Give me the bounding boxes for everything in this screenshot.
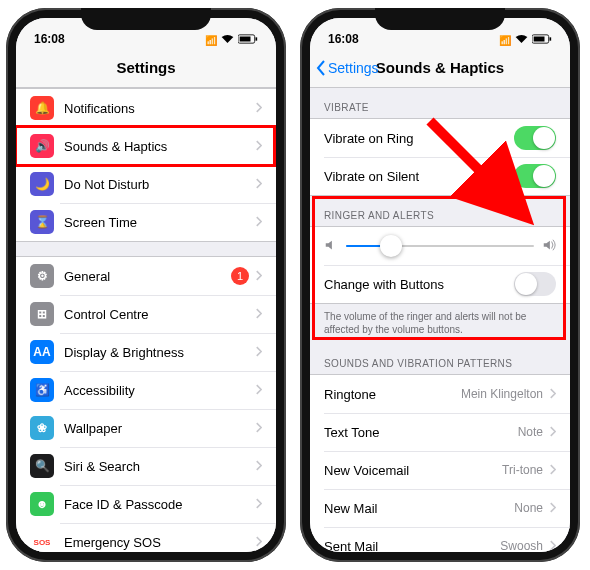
row-value: Tri-tone [502, 463, 543, 477]
row-label: Ringtone [324, 387, 461, 402]
row-value: Note [518, 425, 543, 439]
row-label: Siri & Search [64, 459, 255, 474]
settings-row[interactable]: 🔊Sounds & Haptics [16, 127, 276, 165]
settings-row[interactable]: ⌛Screen Time [16, 203, 276, 241]
back-label: Settings [328, 60, 379, 76]
svg-rect-2 [256, 37, 258, 40]
battery-icon [532, 34, 552, 46]
toggle-vibrate-on-ring[interactable] [514, 126, 556, 150]
app-icon: ❀ [30, 416, 54, 440]
app-icon: 🔔 [30, 96, 54, 120]
sound-row[interactable]: New VoicemailTri-tone [310, 451, 570, 489]
chevron-right-icon [255, 269, 262, 284]
vibrate-list: Vibrate on Ring Vibrate on Silent [310, 118, 570, 196]
chevron-right-icon [255, 177, 262, 192]
sounds-content[interactable]: VIBRATE Vibrate on Ring Vibrate on Silen… [310, 88, 570, 552]
settings-row[interactable]: ⚙General1 [16, 257, 276, 295]
screen: 16:08 Settings Sounds & Haptics VIBRATE … [310, 18, 570, 552]
sound-row[interactable]: Sent MailSwoosh [310, 527, 570, 552]
row-value: None [514, 501, 543, 515]
badge: 1 [231, 267, 249, 285]
chevron-right-icon [255, 345, 262, 360]
row-label: General [64, 269, 231, 284]
wifi-icon [221, 34, 234, 46]
row-label: Emergency SOS [64, 535, 255, 550]
settings-row[interactable]: AADisplay & Brightness [16, 333, 276, 371]
svg-rect-1 [240, 37, 251, 42]
slider-track[interactable] [346, 245, 534, 247]
chevron-right-icon [255, 383, 262, 398]
settings-row[interactable]: ☻Face ID & Passcode [16, 485, 276, 523]
row-label: New Mail [324, 501, 514, 516]
toggle-change-with-buttons[interactable] [514, 272, 556, 296]
row-value: Mein Klingelton [461, 387, 543, 401]
signal-icon [205, 34, 217, 46]
settings-row[interactable]: 🌙Do Not Disturb [16, 165, 276, 203]
settings-row[interactable]: ♿Accessibility [16, 371, 276, 409]
settings-row[interactable]: 🔔Notifications [16, 89, 276, 127]
row-value: Swoosh [500, 539, 543, 552]
toggle-vibrate-on-silent[interactable] [514, 164, 556, 188]
settings-row[interactable]: 🔍Siri & Search [16, 447, 276, 485]
row-label: Sent Mail [324, 539, 500, 553]
group-header-sounds: SOUNDS AND VIBRATION PATTERNS [310, 344, 570, 374]
chevron-right-icon [255, 497, 262, 512]
status-bar: 16:08 [16, 18, 276, 48]
sound-row[interactable]: RingtoneMein Klingelton [310, 375, 570, 413]
group-header-ringer: RINGER AND ALERTS [310, 196, 570, 226]
sound-row[interactable]: New MailNone [310, 489, 570, 527]
chevron-right-icon [255, 215, 262, 230]
row-change-with-buttons[interactable]: Change with Buttons [310, 265, 570, 303]
chevron-right-icon [255, 101, 262, 116]
chevron-right-icon [255, 535, 262, 550]
app-icon: SOS [30, 530, 54, 552]
row-label: Text Tone [324, 425, 518, 440]
row-label: Sounds & Haptics [64, 139, 255, 154]
app-icon: 🌙 [30, 172, 54, 196]
svg-rect-4 [534, 37, 545, 42]
row-label: Vibrate on Silent [324, 169, 514, 184]
app-icon: 🔊 [30, 134, 54, 158]
row-label: Notifications [64, 101, 255, 116]
slider-thumb[interactable] [380, 235, 402, 257]
settings-row[interactable]: SOSEmergency SOS [16, 523, 276, 552]
chevron-right-icon [255, 459, 262, 474]
sounds-list: RingtoneMein KlingeltonText ToneNoteNew … [310, 374, 570, 552]
row-volume-slider[interactable] [310, 227, 570, 265]
page-title: Settings [116, 59, 175, 76]
row-label: Wallpaper [64, 421, 255, 436]
row-vibrate-on-silent[interactable]: Vibrate on Silent [310, 157, 570, 195]
app-icon: ☻ [30, 492, 54, 516]
chevron-right-icon [255, 307, 262, 322]
sound-row[interactable]: Text ToneNote [310, 413, 570, 451]
status-time: 16:08 [328, 32, 359, 46]
volume-low-icon [324, 238, 338, 255]
status-time: 16:08 [34, 32, 65, 46]
chevron-right-icon [549, 539, 556, 553]
back-button[interactable]: Settings [316, 60, 379, 76]
phone-left: 16:08 Settings 🔔Notifications🔊Sounds & H… [6, 8, 286, 562]
settings-row[interactable]: ❀Wallpaper [16, 409, 276, 447]
group-header-vibrate: VIBRATE [310, 88, 570, 118]
wifi-icon [515, 34, 528, 46]
app-icon: AA [30, 340, 54, 364]
chevron-right-icon [549, 425, 556, 440]
app-icon: 🔍 [30, 454, 54, 478]
row-label: New Voicemail [324, 463, 502, 478]
app-icon: ⚙ [30, 264, 54, 288]
settings-row[interactable]: ⊞Control Centre [16, 295, 276, 333]
settings-list[interactable]: 🔔Notifications🔊Sounds & Haptics🌙Do Not D… [16, 88, 276, 552]
navbar: Settings [16, 48, 276, 88]
row-label: Face ID & Passcode [64, 497, 255, 512]
battery-icon [238, 34, 258, 46]
ringer-list: Change with Buttons [310, 226, 570, 304]
chevron-right-icon [549, 501, 556, 516]
row-label: Screen Time [64, 215, 255, 230]
navbar: Settings Sounds & Haptics [310, 48, 570, 88]
row-vibrate-on-ring[interactable]: Vibrate on Ring [310, 119, 570, 157]
screen: 16:08 Settings 🔔Notifications🔊Sounds & H… [16, 18, 276, 552]
row-label: Display & Brightness [64, 345, 255, 360]
app-icon: ⊞ [30, 302, 54, 326]
row-label: Vibrate on Ring [324, 131, 514, 146]
row-label: Accessibility [64, 383, 255, 398]
